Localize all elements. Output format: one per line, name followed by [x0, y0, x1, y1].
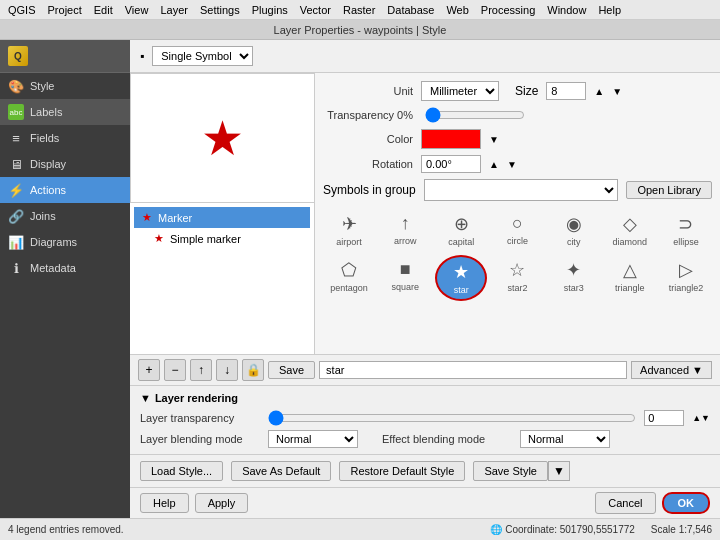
symbol-star2[interactable]: ☆ star2	[491, 255, 543, 301]
remove-symbol-button[interactable]: −	[164, 359, 186, 381]
menu-database[interactable]: Database	[387, 4, 434, 16]
sidebar: Q 🎨 Style abc Labels ≡ Fields 🖥 Display …	[0, 40, 130, 518]
collapse-arrow: ▼	[140, 392, 151, 404]
save-style-arrow[interactable]: ▼	[548, 461, 570, 481]
properties-panel: Unit MillimeterPixelMap unit Size ▲ ▼ Tr…	[315, 73, 720, 354]
circle-label: circle	[507, 236, 528, 246]
menu-view[interactable]: View	[125, 4, 149, 16]
tree-item-marker[interactable]: ★ Marker	[134, 207, 310, 228]
color-picker[interactable]	[421, 129, 481, 149]
capital-label: capital	[448, 237, 474, 247]
transparency-row: Transparency 0%	[323, 107, 712, 123]
effect-blending-label: Effect blending mode	[382, 433, 512, 445]
size-spinup[interactable]: ▲	[594, 86, 604, 97]
layer-transparency-slider[interactable]	[268, 410, 636, 426]
symbol-airport[interactable]: ✈ airport	[323, 209, 375, 251]
symbol-triangle[interactable]: △ triangle	[604, 255, 656, 301]
symbol-city[interactable]: ◉ city	[548, 209, 600, 251]
rendering-rows: Layer transparency ▲▼ Layer blending mod…	[140, 410, 710, 448]
city-label: city	[567, 237, 581, 247]
sidebar-item-actions[interactable]: ⚡ Actions	[0, 177, 130, 203]
layer-blending-label: Layer blending mode	[140, 433, 260, 445]
restore-default-button[interactable]: Restore Default Style	[339, 461, 465, 481]
menu-plugins[interactable]: Plugins	[252, 4, 288, 16]
sidebar-item-display[interactable]: 🖥 Display	[0, 151, 130, 177]
symbol-arrow[interactable]: ↑ arrow	[379, 209, 431, 251]
symbol-triangle2[interactable]: ▷ triangle2	[660, 255, 712, 301]
transparency-spinup[interactable]: ▲▼	[692, 413, 710, 423]
layer-transparency-value[interactable]	[644, 410, 684, 426]
square-shape: ■	[400, 259, 411, 280]
symbol-square[interactable]: ■ square	[379, 255, 431, 301]
transparency-slider[interactable]	[425, 107, 525, 123]
symbol-capital[interactable]: ⊕ capital	[435, 209, 487, 251]
menu-web[interactable]: Web	[446, 4, 468, 16]
layer-rendering-header[interactable]: ▼ Layer rendering	[140, 392, 710, 404]
menu-raster[interactable]: Raster	[343, 4, 375, 16]
layer-blending-select[interactable]: NormalMultiplyScreen	[268, 430, 358, 448]
symbol-name-input[interactable]	[319, 361, 627, 379]
save-style-button[interactable]: Save Style	[473, 461, 548, 481]
triangle-shape: △	[623, 259, 637, 281]
ok-button[interactable]: OK	[662, 492, 711, 514]
cancel-button[interactable]: Cancel	[595, 492, 655, 514]
effect-blending-select[interactable]: NormalMultiplyScreen	[520, 430, 610, 448]
tree-item-simple-marker[interactable]: ★ Simple marker	[134, 228, 310, 249]
menu-settings[interactable]: Settings	[200, 4, 240, 16]
status-right: 🌐 Coordinate: 501790,5551772 Scale 1:7,5…	[490, 524, 712, 535]
size-spindown[interactable]: ▼	[612, 86, 622, 97]
menu-vector[interactable]: Vector	[300, 4, 331, 16]
sidebar-item-fields[interactable]: ≡ Fields	[0, 125, 130, 151]
layer-transparency-label: Layer transparency	[140, 412, 260, 424]
save-symbol-button[interactable]: Save	[268, 361, 315, 379]
open-library-button[interactable]: Open Library	[626, 181, 712, 199]
sidebar-item-style[interactable]: 🎨 Style	[0, 73, 130, 99]
symbol-diamond[interactable]: ◇ diamond	[604, 209, 656, 251]
rotation-spindown[interactable]: ▼	[507, 159, 517, 170]
size-input[interactable]	[546, 82, 586, 100]
symbol-star[interactable]: ★ star	[435, 255, 487, 301]
title-bar: Layer Properties - waypoints | Style	[0, 20, 720, 40]
transparency-label: Transparency 0%	[323, 109, 413, 121]
menu-processing[interactable]: Processing	[481, 4, 535, 16]
star2-shape: ☆	[509, 259, 525, 281]
sidebar-label-fields: Fields	[30, 132, 59, 144]
menu-window[interactable]: Window	[547, 4, 586, 16]
sidebar-item-diagrams[interactable]: 📊 Diagrams	[0, 229, 130, 255]
right-action-buttons: Cancel OK	[595, 492, 710, 514]
star2-label: star2	[507, 283, 527, 293]
move-up-button[interactable]: ↑	[190, 359, 212, 381]
section-title: Layer rendering	[155, 392, 238, 404]
rotation-input[interactable]	[421, 155, 481, 173]
circle-shape: ○	[512, 213, 523, 234]
add-symbol-button[interactable]: +	[138, 359, 160, 381]
move-down-button[interactable]: ↓	[216, 359, 238, 381]
sidebar-item-joins[interactable]: 🔗 Joins	[0, 203, 130, 229]
sidebar-item-metadata[interactable]: ℹ Metadata	[0, 255, 130, 281]
capital-shape: ⊕	[454, 213, 469, 235]
symbol-type-select[interactable]: Single Symbol Categorized Graduated	[152, 46, 253, 66]
unit-select[interactable]: MillimeterPixelMap unit	[421, 81, 499, 101]
tree-marker-label: Marker	[158, 212, 192, 224]
menu-project[interactable]: Project	[48, 4, 82, 16]
tree-marker-icon: ★	[142, 211, 152, 224]
menu-layer[interactable]: Layer	[160, 4, 188, 16]
menu-qgis[interactable]: QGIS	[8, 4, 36, 16]
symbol-pentagon[interactable]: ⬠ pentagon	[323, 255, 375, 301]
load-style-button[interactable]: Load Style...	[140, 461, 223, 481]
save-as-default-button[interactable]: Save As Default	[231, 461, 331, 481]
symbols-group-select[interactable]	[424, 179, 619, 201]
sidebar-item-labels[interactable]: abc Labels	[0, 99, 130, 125]
symbol-circle[interactable]: ○ circle	[491, 209, 543, 251]
lock-button[interactable]: 🔒	[242, 359, 264, 381]
symbol-ellipse[interactable]: ⊃ ellipse	[660, 209, 712, 251]
menu-edit[interactable]: Edit	[94, 4, 113, 16]
rotation-spinup[interactable]: ▲	[489, 159, 499, 170]
help-button[interactable]: Help	[140, 493, 189, 513]
square-label: square	[391, 282, 419, 292]
symbol-star3[interactable]: ✦ star3	[548, 255, 600, 301]
advanced-button[interactable]: Advanced ▼	[631, 361, 712, 379]
menu-help[interactable]: Help	[598, 4, 621, 16]
apply-button[interactable]: Apply	[195, 493, 249, 513]
color-expand-icon[interactable]: ▼	[489, 134, 499, 145]
